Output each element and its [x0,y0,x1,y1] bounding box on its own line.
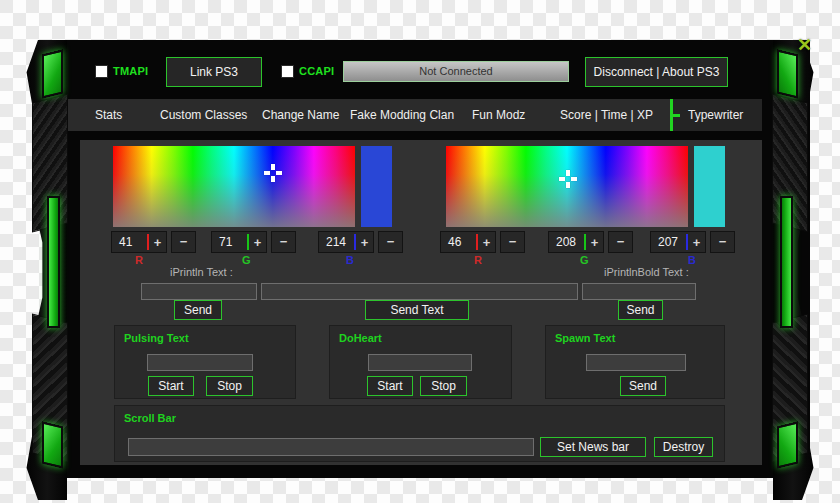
tab-stats[interactable]: Stats [95,99,122,131]
spawn-text-title: Spawn Text [555,332,615,344]
right-blue-minus-button[interactable]: − [710,231,735,253]
left-blue-plus-button[interactable]: + [356,235,373,250]
selected-tab-indicator-tick [673,114,680,117]
tab-bar: Stats Custom Classes Change Name Fake Mo… [62,99,762,131]
tmapi-radio[interactable] [96,66,107,77]
right-frame-green-light-middle [780,196,793,328]
iprintlnbold-input[interactable] [582,283,696,300]
tab-custom-classes[interactable]: Custom Classes [160,99,247,131]
app-window: TMAPI Link PS3 CCAPI Not Connected Disco… [62,40,810,478]
tab-score-time-xp[interactable]: Score | Time | XP [560,99,653,131]
iprintln-send-button[interactable]: Send [174,300,222,320]
set-news-bar-button[interactable]: Set News bar [540,437,646,457]
color-preview-right [694,146,725,227]
mod-tool-screenshot: TMAPI Link PS3 CCAPI Not Connected Disco… [0,0,840,503]
doheart-group: DoHeart Start Stop [329,325,512,399]
right-b-label: B [688,254,696,266]
tab-fake-modding-clan[interactable]: Fake Modding Clan [350,99,454,131]
typewriter-panel: 41 + − 71 + − 214 + − 46 + − 208 + [80,140,762,465]
left-blue-minus-button[interactable]: − [378,231,403,253]
right-blue-plus-button[interactable]: + [688,235,705,250]
left-blue-value[interactable]: 214 + [318,231,374,253]
send-text-button[interactable]: Send Text [365,300,469,320]
doheart-title: DoHeart [339,332,382,344]
pulsing-text-title: Pulsing Text [124,332,189,344]
pulsing-text-group: Pulsing Text Start Stop [114,325,296,399]
left-red-value[interactable]: 41 + [111,231,167,253]
left-green-plus-button[interactable]: + [249,235,266,250]
right-r-label: R [474,254,482,266]
iprintln-label: iPrintln Text : [170,266,233,278]
pulsing-text-input[interactable] [147,354,253,371]
tab-typewriter[interactable]: Typewriter [688,99,743,131]
scroll-bar-input[interactable] [128,438,534,456]
right-frame-green-light-top [777,49,798,98]
disconnect-about-button[interactable]: Disconnect | About PS3 [585,57,728,87]
scroll-bar-title: Scroll Bar [124,412,176,424]
color-preview-left [361,146,392,227]
left-frame-green-light-middle [47,196,60,328]
doheart-start-button[interactable]: Start [367,376,413,396]
right-g-label: G [580,254,589,266]
doheart-stop-button[interactable]: Stop [420,376,467,396]
link-ps3-button[interactable]: Link PS3 [166,57,262,87]
right-green-value[interactable]: 208 + [548,231,604,253]
tab-fun-modz[interactable]: Fun Modz [472,99,525,131]
left-frame-green-light-bottom [42,421,63,468]
spawn-send-button[interactable]: Send [620,376,666,396]
tab-change-name[interactable]: Change Name [262,99,339,131]
ccapi-radio[interactable] [282,66,293,77]
left-green-value[interactable]: 71 + [211,231,267,253]
left-green-minus-button[interactable]: − [271,231,296,253]
color-picker-left[interactable] [113,146,355,227]
right-red-minus-button[interactable]: − [500,231,525,253]
pulsing-stop-button[interactable]: Stop [206,376,253,396]
connection-status: Not Connected [343,61,569,82]
left-b-label: B [346,254,354,266]
right-blue-value[interactable]: 207 + [650,231,706,253]
right-frame-green-light-bottom [777,421,798,468]
right-red-value[interactable]: 46 + [440,231,496,253]
destroy-button[interactable]: Destroy [654,437,713,457]
scroll-bar-group: Scroll Bar Set News bar Destroy [114,405,725,462]
close-icon[interactable]: ✕ [797,34,812,56]
message-input[interactable] [261,283,578,300]
left-red-plus-button[interactable]: + [149,235,166,250]
left-r-label: R [135,254,143,266]
tmapi-label: TMAPI [113,65,148,77]
left-frame-decoration [18,40,80,502]
right-frame-decoration [760,40,822,502]
right-green-plus-button[interactable]: + [586,235,603,250]
iprintln-input[interactable] [141,283,257,300]
iprintlnbold-send-button[interactable]: Send [618,300,663,320]
left-red-minus-button[interactable]: − [171,231,196,253]
left-frame-green-light-top [42,49,63,98]
color-picker-right[interactable] [446,146,688,227]
right-red-plus-button[interactable]: + [478,235,495,250]
right-green-minus-button[interactable]: − [608,231,633,253]
left-g-label: G [242,254,251,266]
pulsing-start-button[interactable]: Start [148,376,194,396]
doheart-input[interactable] [368,354,472,371]
spawn-text-input[interactable] [586,354,686,371]
ccapi-label: CCAPI [299,65,334,77]
spawn-text-group: Spawn Text Send [545,325,725,399]
iprintlnbold-label: iPrintlnBold Text : [604,266,689,278]
